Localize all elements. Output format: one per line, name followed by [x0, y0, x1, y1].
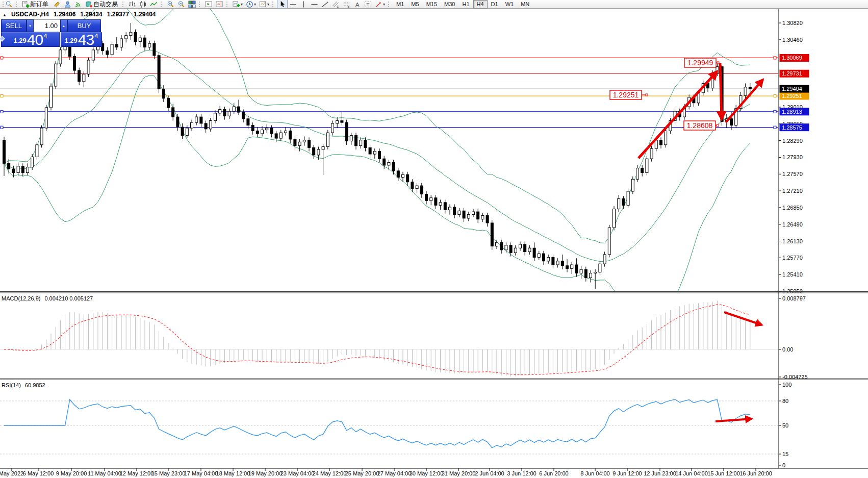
timeframe-M1-button[interactable]: M1 [393, 0, 407, 9]
toolbar: 新订单自动交易▾▾▾EFAT▾M1M5M15M30H1H4D1W1MN [0, 0, 868, 9]
zoom-in-button[interactable] [165, 0, 176, 9]
auto-trading-button[interactable]: 自动交易 [84, 0, 121, 9]
one-click-trading-panel: SELL ▼ ▲ BUY 1.29 40 4 1.29 43 4 [1, 19, 102, 47]
svg-text:24 May 12:00: 24 May 12:00 [313, 470, 347, 476]
vertical-line-tool-button[interactable] [298, 0, 309, 9]
tile-windows-button[interactable] [187, 0, 197, 9]
chevron-down-icon: ▼ [29, 24, 32, 28]
sell-price-display[interactable]: 1.29 40 4 [1, 32, 60, 47]
timeframe-M15-button[interactable]: M15 [423, 0, 441, 9]
buy-button[interactable]: BUY [67, 19, 101, 32]
equidistant-channel-tool-button[interactable]: E [330, 0, 341, 9]
rsi-indicator-label: RSI(14) 60.9852 [2, 382, 45, 388]
bar-chart-mode-button[interactable] [127, 0, 138, 9]
buy-price-prefix: 1.29 [65, 37, 78, 44]
timeframe-M30-button[interactable]: M30 [441, 0, 458, 9]
chart-shift-button[interactable] [214, 0, 225, 9]
price-chart-canvas[interactable]: 1.308201.304601.290101.286501.282901.279… [0, 0, 868, 478]
svg-text:T: T [367, 2, 370, 7]
new-order-button[interactable]: 新订单 [20, 0, 52, 9]
bars-icon [129, 1, 136, 8]
ohlc-low: 1.29377 [107, 11, 129, 18]
volume-increase-button[interactable]: ▲ [60, 19, 67, 32]
volume-input[interactable] [34, 19, 60, 32]
drawing-annotations[interactable]: 1.299491.292511.28608 [610, 58, 763, 421]
svg-text:31 May 20:00: 31 May 20:00 [442, 470, 476, 476]
line-chart-mode-button[interactable] [148, 0, 159, 9]
trendline-icon [321, 1, 329, 8]
bollinger-bands [4, 0, 750, 316]
timeframe-D1-button[interactable]: D1 [488, 0, 502, 9]
svg-text:1.29251: 1.29251 [782, 93, 802, 99]
svg-text:8 Jun 04:00: 8 Jun 04:00 [580, 470, 610, 476]
channel-icon: E [332, 1, 340, 8]
timeframe-M5-button[interactable]: M5 [407, 0, 422, 9]
styler-icon [53, 1, 61, 8]
candlestick-mode-button[interactable] [138, 0, 148, 9]
styler-button[interactable] [52, 0, 62, 9]
svg-text:A: A [355, 1, 360, 7]
toolbar-grip [122, 2, 125, 7]
svg-text:9 Jun 12:00: 9 Jun 12:00 [612, 470, 642, 476]
rsi-axis: 1008050150 [779, 382, 792, 468]
svg-text:1.26850: 1.26850 [782, 205, 803, 211]
toolbar-grip [161, 2, 163, 7]
zoom-out-button[interactable] [176, 0, 187, 9]
svg-text:23 May 04:00: 23 May 04:00 [280, 470, 315, 476]
svg-text:1.25770: 1.25770 [782, 255, 803, 261]
volume-decrease-button[interactable]: ▼ [27, 19, 34, 32]
cursor-tool-button[interactable] [277, 0, 288, 9]
macd-indicator-label: MACD(12,26,9) 0.004210 0.005127 [2, 295, 93, 301]
text-label-tool-button[interactable]: T [363, 0, 373, 9]
timeframe-MN-button[interactable]: MN [517, 0, 533, 9]
toolbar-grip [272, 2, 275, 7]
textlabel-icon: T [364, 1, 372, 8]
timeframe-W1-button[interactable]: W1 [502, 0, 518, 9]
signals-icon [74, 1, 82, 8]
panel-separators[interactable] [0, 292, 868, 380]
macd-axis: 0.0087970.00-0.004725 [779, 295, 808, 380]
timeframe-H4-button[interactable]: H4 [473, 0, 488, 9]
ohlc-close: 1.29404 [134, 11, 156, 18]
indicators-list-button[interactable]: ▾ [231, 0, 244, 9]
toolbar-grip [388, 2, 391, 7]
crosshair-tool-button[interactable] [288, 0, 298, 9]
time-axis[interactable]: May 20226 May 12:009 May 20:0011 May 04:… [0, 468, 868, 476]
cursor-icon [278, 1, 286, 8]
horizontal-line-tool-button[interactable] [309, 0, 320, 9]
horizontal-level-lines[interactable] [0, 57, 778, 129]
svg-text:80: 80 [782, 398, 788, 404]
mql5-community-button[interactable] [62, 0, 73, 9]
collapse-triangle-icon[interactable]: ▲ [3, 13, 7, 17]
trendline-tool-button[interactable] [320, 0, 330, 9]
svg-text:0: 0 [782, 462, 785, 468]
svg-text:1.25050: 1.25050 [782, 288, 803, 294]
signals-button[interactable] [73, 0, 84, 9]
mt4-terminal-window: 新订单自动交易▾▾▾EFAT▾M1M5M15M30H1H4D1W1MN 1.30… [0, 0, 868, 478]
indicators-icon [233, 1, 240, 8]
svg-text:1.29251: 1.29251 [613, 91, 639, 99]
templates-button[interactable]: ▾ [258, 0, 271, 9]
buy-price-display[interactable]: 1.29 43 4 [61, 32, 102, 47]
arrows-tool-button[interactable]: ▾ [373, 0, 387, 9]
hline-icon [311, 1, 318, 8]
chevron-down-icon: ▾ [383, 2, 385, 7]
buy-price-pips: 43 [78, 33, 94, 46]
fibonacci-tool-button[interactable]: F [341, 0, 352, 9]
clock-icon [246, 1, 253, 8]
text-tool-button[interactable]: A [352, 0, 363, 9]
auto-scroll-button[interactable] [203, 0, 214, 9]
timeframe-H1-button[interactable]: H1 [458, 0, 473, 9]
market-watch-button[interactable] [4, 0, 14, 9]
sell-price-prefix: 1.29 [14, 37, 27, 44]
chevron-down-icon: ▾ [241, 2, 243, 7]
svg-text:0.008797: 0.008797 [782, 295, 806, 301]
ohlc-open: 1.29406 [54, 11, 75, 18]
tile-icon [188, 1, 196, 8]
macd-panel [0, 301, 778, 376]
candles-icon [139, 1, 147, 8]
svg-text:-0.004725: -0.004725 [782, 374, 808, 380]
periods-button[interactable]: ▾ [244, 0, 258, 9]
svg-text:17 May 04:00: 17 May 04:00 [184, 470, 218, 476]
sell-button[interactable]: SELL [1, 19, 27, 32]
